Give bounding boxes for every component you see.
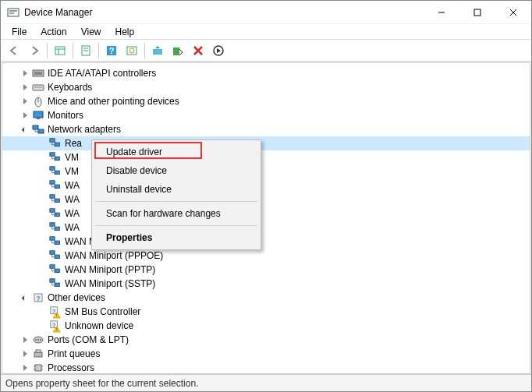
other-icon: ? xyxy=(32,291,44,304)
tree-category[interactable]: ?Other devices xyxy=(2,291,530,305)
svg-rect-18 xyxy=(173,48,179,55)
collapse-icon[interactable] xyxy=(20,292,30,303)
help-button[interactable]: ? xyxy=(102,41,121,60)
tree-spacer xyxy=(37,166,48,177)
cpu-icon xyxy=(32,362,44,373)
update-driver-button[interactable] xyxy=(148,41,167,60)
tree-item[interactable]: WAN Miniport (SSTP) xyxy=(2,277,530,291)
close-button[interactable] xyxy=(495,1,531,24)
forward-button[interactable] xyxy=(25,41,44,60)
svg-text:!: ! xyxy=(56,313,58,318)
network-adapter-icon xyxy=(49,193,62,206)
expand-icon[interactable] xyxy=(20,362,30,373)
tree-category-label: IDE ATA/ATAPI controllers xyxy=(48,68,156,79)
device-tree[interactable]: IDE ATA/ATAPI controllersKeyboardsMice a… xyxy=(2,63,530,373)
tree-item-label: Rea xyxy=(65,138,82,149)
svg-rect-75 xyxy=(55,283,59,286)
tree-category-label: Monitors xyxy=(48,110,83,121)
printer-icon xyxy=(32,348,44,360)
tree-category[interactable]: Network adapters xyxy=(2,122,530,136)
tree-item[interactable]: WAN Miniport (PPPOE) xyxy=(2,249,530,263)
expand-icon[interactable] xyxy=(20,348,30,359)
menu-item-disable-device[interactable]: Disable device xyxy=(94,161,259,180)
tree-spacer xyxy=(37,250,48,261)
svg-rect-4 xyxy=(474,9,481,16)
context-menu: Update driver Disable device Uninstall d… xyxy=(91,139,261,250)
network-adapter-icon xyxy=(49,151,62,164)
tree-spacer xyxy=(37,180,48,191)
titlebar: Device Manager xyxy=(1,1,531,24)
tree-item[interactable]: Rea xyxy=(2,136,530,150)
scan-hardware-button[interactable] xyxy=(122,41,141,60)
expand-icon[interactable] xyxy=(20,96,30,107)
menubar: File Action View Help xyxy=(1,24,531,40)
tree-category-label: Ports (COM & LPT) xyxy=(48,334,129,345)
network-adapter-icon xyxy=(49,221,62,234)
svg-rect-30 xyxy=(33,125,38,129)
tree-item-label: WAN Miniport (PPTP) xyxy=(65,264,155,275)
disable-button[interactable] xyxy=(168,41,187,60)
tree-category[interactable]: IDE ATA/ATAPI controllers xyxy=(2,66,530,80)
menu-action[interactable]: Action xyxy=(34,25,73,39)
svg-rect-17 xyxy=(153,49,162,55)
tree-item[interactable]: ?!Unknown device xyxy=(2,319,530,333)
properties-button[interactable] xyxy=(76,41,95,60)
svg-rect-42 xyxy=(50,167,55,170)
tree-spacer xyxy=(37,152,48,163)
tree-category[interactable]: Monitors xyxy=(2,108,530,122)
menu-item-scan-hardware[interactable]: Scan for hardware changes xyxy=(94,204,259,223)
tree-category[interactable]: Keyboards xyxy=(2,80,530,94)
network-adapter-icon xyxy=(49,249,62,262)
tree-item[interactable]: WA xyxy=(2,221,530,235)
tree-category[interactable]: Print queues xyxy=(2,347,530,361)
menu-file[interactable]: File xyxy=(5,25,33,39)
toolbar-separator xyxy=(144,43,145,58)
svg-rect-67 xyxy=(55,255,59,258)
expand-icon[interactable] xyxy=(20,82,30,93)
svg-rect-92 xyxy=(34,352,42,357)
tree-item[interactable]: WA xyxy=(2,178,530,192)
menu-item-properties[interactable]: Properties xyxy=(94,228,259,247)
tree-spacer xyxy=(37,236,48,247)
menu-item-uninstall-device[interactable]: Uninstall device xyxy=(94,180,259,199)
menu-item-update-driver[interactable]: Update driver xyxy=(94,143,259,161)
network-adapter-icon xyxy=(49,263,62,276)
network-adapter-icon xyxy=(49,165,62,178)
svg-text:?: ? xyxy=(36,295,41,302)
expand-icon[interactable] xyxy=(20,334,30,345)
collapse-icon[interactable] xyxy=(20,124,30,135)
svg-rect-1 xyxy=(9,10,17,12)
tree-item[interactable]: ?!SM Bus Controller xyxy=(2,305,530,319)
svg-text:?: ? xyxy=(52,323,55,329)
tree-category[interactable]: Mice and other pointing devices xyxy=(2,94,530,108)
svg-rect-55 xyxy=(55,213,59,216)
enable-button[interactable] xyxy=(209,41,228,60)
menu-separator xyxy=(95,225,257,226)
tree-spacer xyxy=(37,306,48,317)
network-adapter-icon xyxy=(49,137,62,150)
back-button[interactable] xyxy=(5,41,23,60)
tree-item[interactable]: WAN Miniport (Network Monitor) xyxy=(2,235,530,249)
tree-item[interactable]: WAN Miniport (PPTP) xyxy=(2,263,530,277)
tree-category[interactable]: Ports (COM & LPT) xyxy=(2,333,530,347)
svg-rect-59 xyxy=(55,227,59,230)
tree-spacer xyxy=(37,194,48,205)
tree-item[interactable]: VM xyxy=(2,164,530,178)
svg-point-91 xyxy=(40,339,41,341)
tree-item[interactable]: VM xyxy=(2,150,530,164)
menu-view[interactable]: View xyxy=(75,25,108,39)
tree-category[interactable]: Processors xyxy=(2,361,530,373)
expand-icon[interactable] xyxy=(20,68,30,79)
toolbar-separator xyxy=(73,43,73,58)
expand-icon[interactable] xyxy=(20,110,30,121)
maximize-button[interactable] xyxy=(459,1,495,24)
minimize-button[interactable] xyxy=(424,1,459,24)
tree-item[interactable]: WA xyxy=(2,207,530,221)
port-icon xyxy=(32,334,44,346)
show-hide-tree-button[interactable] xyxy=(51,41,69,60)
svg-point-89 xyxy=(35,339,37,341)
uninstall-button[interactable] xyxy=(189,41,207,60)
menu-help[interactable]: Help xyxy=(109,25,141,39)
tree-item[interactable]: WA xyxy=(2,192,530,207)
device-tree-panel: IDE ATA/ATAPI controllersKeyboardsMice a… xyxy=(2,62,530,374)
